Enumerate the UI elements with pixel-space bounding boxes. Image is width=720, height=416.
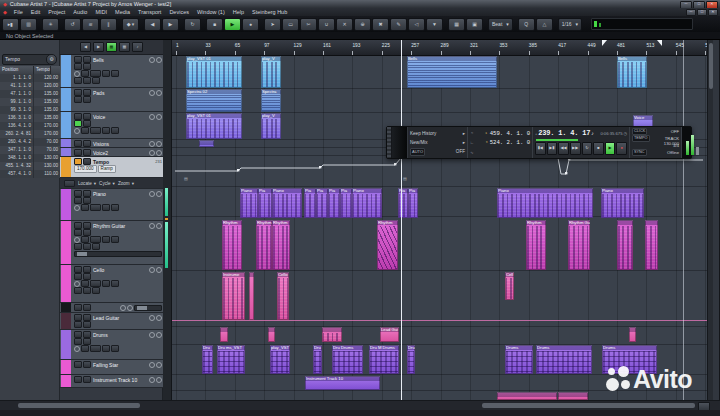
solo-button[interactable] — [83, 314, 91, 321]
tempo-bpm[interactable]: 130.000 — [664, 141, 679, 146]
track-tempo[interactable]: Tempo231170.000Ramp — [60, 157, 163, 178]
clip-lead-gui[interactable]: Lead Gui — [380, 327, 399, 342]
track-extra-button[interactable] — [74, 287, 82, 294]
clip-bells[interactable]: Bells — [617, 56, 647, 88]
mute-button[interactable] — [74, 113, 82, 120]
clip-piano[interactable]: Piano — [601, 188, 644, 218]
monitor-button[interactable] — [156, 362, 162, 368]
clip-dru-m-drums[interactable]: Dru M Drums — [369, 345, 399, 374]
clip-dru[interactable]: Dru — [407, 345, 415, 374]
meter-fader[interactable] — [696, 147, 699, 155]
track-voice2[interactable]: Voice2 — [60, 148, 163, 157]
clip-dru[interactable]: Dru — [202, 345, 213, 374]
record-arm-button[interactable] — [74, 63, 82, 70]
ruler-select-cycle[interactable]: Cycle▾ — [99, 181, 115, 186]
track-visions[interactable]: Visions — [60, 139, 163, 148]
autoscroll-button[interactable]: ▦ — [448, 18, 465, 31]
menu-devices[interactable]: Devices — [165, 9, 193, 15]
tempo-event-row[interactable]: 136. 4. 1. 0170.00 — [0, 122, 60, 130]
arrangement-area[interactable]: 1336597129161193225257289321353385417449… — [172, 40, 707, 400]
knob-icon[interactable] — [74, 71, 80, 77]
clip-unnamed[interactable] — [220, 327, 228, 342]
solo-button[interactable] — [83, 361, 91, 368]
clip-unnamed[interactable] — [617, 220, 633, 270]
menu-audio[interactable]: Audio — [69, 9, 91, 15]
clip-unnamed[interactable] — [558, 392, 588, 400]
clip-instrume[interactable]: Instrume — [222, 272, 245, 320]
tempo-event-row[interactable]: 348. 1. 1. 0130.00 — [0, 154, 60, 162]
snap-button[interactable]: ▣ — [466, 18, 483, 31]
clip-rhythm[interactable]: Rhythm — [256, 220, 272, 270]
record-enable-button[interactable] — [149, 377, 155, 383]
track-rulerbar[interactable]: Locate▾Cycle▾Zoom▾ — [60, 178, 163, 189]
left-locator[interactable]: 459. 4. 1. 0 — [490, 129, 530, 138]
mute-button[interactable] — [74, 304, 82, 311]
tempo-button[interactable]: TEMPO — [632, 135, 650, 142]
sync-button[interactable]: SYNC — [632, 149, 647, 156]
record-enable-button[interactable] — [149, 57, 155, 63]
menu-media[interactable]: Media — [111, 9, 134, 15]
vertical-scrollbar[interactable] — [707, 40, 713, 400]
history-button[interactable]: ≋ — [82, 18, 99, 31]
record-enable-button[interactable] — [149, 191, 155, 197]
tempo-event-row[interactable]: 347. 1. 1. 070.00 — [0, 146, 60, 154]
stop-button[interactable]: ■ — [593, 142, 604, 155]
collapse-tracks-icon[interactable]: ◀ — [80, 42, 91, 52]
record-enable-button[interactable] — [149, 332, 155, 338]
record-enable-button[interactable] — [149, 315, 155, 321]
track-control-button[interactable] — [102, 127, 110, 134]
clip-play-vst-01[interactable]: play_VST 01 — [186, 113, 242, 139]
track-instrument-track-10[interactable]: Instrument Track 10 — [60, 375, 163, 388]
solo-button[interactable] — [83, 89, 91, 96]
read-automation-button[interactable] — [74, 321, 82, 328]
new-mix-label[interactable]: New/Mix — [410, 138, 428, 147]
clip-play-v[interactable]: play_V — [261, 113, 281, 139]
menu-window-1[interactable]: Window (1) — [193, 9, 229, 15]
edit-instrument-button[interactable] — [83, 96, 91, 103]
knob-icon[interactable] — [74, 205, 80, 211]
track-slider[interactable] — [60, 303, 163, 313]
clip-piano[interactable]: Piano — [352, 188, 382, 218]
next-marker-button[interactable]: ▶ — [162, 18, 179, 31]
edit-instrument-button[interactable] — [83, 273, 91, 280]
track-extra-button[interactable] — [92, 243, 100, 250]
clip-dru[interactable]: Dru — [313, 345, 322, 374]
solo-button[interactable] — [83, 56, 91, 63]
mute-button[interactable] — [74, 314, 82, 321]
track-control-button[interactable] — [90, 236, 101, 243]
mute-button[interactable] — [74, 222, 82, 229]
monitor-button[interactable] — [156, 267, 162, 273]
auto-button[interactable]: AUTO — [410, 148, 425, 156]
track-control-button[interactable] — [90, 280, 101, 287]
track-control-button[interactable] — [90, 127, 101, 134]
clip-pia[interactable]: Pia — [408, 188, 418, 218]
solo-button[interactable] — [83, 113, 91, 120]
track-extra-button[interactable] — [83, 287, 91, 294]
vertical-scroll-thumb[interactable] — [709, 43, 713, 89]
record-arm-button[interactable] — [74, 96, 82, 103]
song-position-display[interactable]: 239. 1. 4. 17 — [538, 129, 590, 137]
track-control-button[interactable] — [90, 204, 101, 211]
monitor-button[interactable] — [156, 141, 162, 147]
tempo-activate-button[interactable] — [74, 158, 82, 165]
edit-instrument-button[interactable] — [83, 120, 91, 127]
transport-panel[interactable]: Keep History▸ New/Mix▸ AUTOOFF ≈∟∿ ▸459.… — [386, 126, 692, 159]
mute-button[interactable] — [74, 140, 82, 147]
clip-unnamed[interactable] — [645, 220, 658, 270]
tempo-event-row[interactable]: 1. 1. 1. 0120.00 — [0, 74, 60, 82]
clip-pia[interactable]: Pia — [258, 188, 272, 218]
cycle-right-handle[interactable] — [657, 40, 662, 46]
monitor-button[interactable] — [156, 150, 162, 156]
write-automation-button[interactable] — [83, 321, 91, 328]
menu-help[interactable]: Help — [229, 9, 248, 15]
tempo-event-row[interactable]: 260. 2. 4. 81170.00 — [0, 130, 60, 138]
mute-tool-button[interactable]: ✖ — [372, 18, 389, 31]
project-cursor[interactable] — [401, 40, 402, 400]
monitor-button[interactable] — [156, 57, 162, 63]
forward-button[interactable]: ▶▶ — [570, 142, 581, 155]
record-arm-button[interactable] — [74, 338, 82, 345]
track-cello[interactable]: Cello — [60, 265, 163, 303]
record-enable-button[interactable] — [149, 223, 155, 229]
mute-button[interactable] — [74, 89, 82, 96]
track-extra-button[interactable] — [74, 243, 82, 250]
